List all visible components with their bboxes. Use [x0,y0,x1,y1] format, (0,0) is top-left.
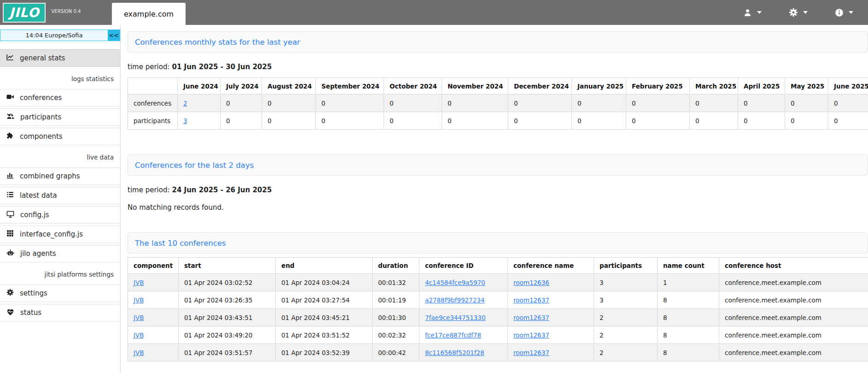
column-header: April 2025 [738,78,785,95]
table-cell: 01 Apr 2024 03:49:20 [179,326,276,344]
sidebar-item-latest-data[interactable]: latest data [0,187,120,204]
table-cell: 0 [316,95,384,112]
platform-tab-label: example.com [124,10,174,18]
table-row: participants3000000000000 [128,112,868,130]
table-link[interactable]: room12636 [513,279,549,286]
table-cell: conference.meet.example.com [719,291,868,309]
table-link[interactable]: JVB [134,332,144,339]
table-cell: 00:01:30 [373,309,419,326]
table-cell: 3 [594,291,658,309]
no-records-message: No matching records found. [128,203,868,212]
table-link[interactable]: 7fae9ce344751330 [425,314,486,321]
card-title-text: The last 10 conferences [135,239,226,248]
sidebar-menu: general stats logs statistics conference… [0,49,120,321]
sidebar-item-interface-config-js[interactable]: interface_config.js [0,225,120,243]
table-cell: 2 [594,309,658,326]
column-header: conference ID [419,258,508,274]
table-cell: room12636 [508,274,594,291]
card-title-last-2-days: Conferences for the last 2 days [128,154,868,176]
column-header: August 2024 [262,78,316,95]
table-cell: 2 [594,326,658,344]
column-header: March 2025 [690,78,738,95]
table-cell: room12637 [508,309,594,326]
sidebar-item-combined-graphs[interactable]: combined graphs [0,167,120,185]
info-menu[interactable] [834,8,853,18]
section-label-logs-statistics: logs statistics [0,69,120,89]
sidebar-item-config-js[interactable]: config.js [0,206,120,224]
logo-text: JILO [9,5,39,20]
table-link[interactable]: JVB [134,296,144,304]
sidebar-item-general-stats[interactable]: general stats [0,49,120,67]
clock-time: 14:04 Europe/Sofia [0,30,108,41]
table-cell: 0 [828,95,868,112]
sidebar-item-label: interface_config.js [20,230,83,238]
user-icon [743,8,752,18]
table-cell: 0 [221,95,262,112]
user-menu[interactable] [743,8,762,18]
chevron-down-icon [757,11,762,14]
table-row: JVB01 Apr 2024 03:51:5701 Apr 2024 03:52… [128,344,868,361]
table-cell: 0 [508,95,572,112]
sidebar-item-conferences[interactable]: conferences [0,89,120,107]
table-link[interactable]: room12637 [513,349,549,356]
column-header [128,78,178,95]
table-cell: a2788f9bf9927234 [419,291,508,309]
table-cell: 01 Apr 2024 03:27:54 [276,291,373,309]
table-cell: fce17ce887fcdf78 [419,326,508,344]
table-link[interactable]: room12637 [513,296,549,304]
table-cell: 0 [785,112,828,130]
table-link[interactable]: fce17ce887fcdf78 [425,332,481,339]
table-link[interactable]: room12637 [513,314,549,321]
platform-tab-example-com[interactable]: example.com [112,3,186,25]
bar-chart-icon [6,171,14,181]
table-cell: 0 [626,112,690,130]
table-cell: 01 Apr 2024 03:51:52 [276,326,373,344]
table-cell: room12637 [508,326,594,344]
sidebar-item-jilo-agents[interactable]: jilo agents [0,245,120,262]
table-link[interactable]: 8c116568f5201f28 [425,349,484,356]
column-header: duration [373,258,419,274]
sidebar-item-status[interactable]: status [0,304,120,321]
column-header: participants [594,258,658,274]
column-header: June 2024 [178,78,221,95]
table-link[interactable]: 2 [183,100,187,107]
settings-menu[interactable] [788,7,808,18]
table-link[interactable]: room12637 [513,332,549,339]
column-header: conference host [719,258,868,274]
sidebar-collapse-button[interactable]: << [108,30,120,41]
table-link[interactable]: JVB [134,314,144,321]
table-cell: JVB [128,344,179,361]
table-row: conferences2000000000000 [128,95,868,112]
table-cell: 0 [384,112,442,130]
table-link[interactable]: 3 [183,117,187,124]
column-header: November 2024 [442,78,508,95]
table-row: JVB01 Apr 2024 03:49:2001 Apr 2024 03:51… [128,326,868,344]
column-header: May 2025 [785,78,828,95]
column-header: start [179,258,276,274]
table-cell: conference.meet.example.com [719,344,868,361]
time-period-label: time period: [128,63,170,71]
table-cell: 00:02:32 [373,326,419,344]
table-cell: 8 [658,309,719,326]
table-link[interactable]: JVB [134,279,144,286]
table-cell: 8 [658,291,719,309]
sidebar-item-settings[interactable]: settings [0,284,120,302]
table-link[interactable]: 4c14584fce9a5970 [425,279,485,286]
table-cell: 01 Apr 2024 03:02:52 [179,274,276,291]
table-cell: 4c14584fce9a5970 [419,274,508,291]
users-icon [6,112,15,123]
table-link[interactable]: a2788f9bf9927234 [425,296,484,304]
time-period-value: 01 Jun 2025 - 30 Jun 2025 [172,63,272,71]
table-link[interactable]: JVB [134,349,144,356]
sidebar-item-label: config.js [20,211,49,219]
sidebar-item-components[interactable]: components [0,128,120,145]
table-cell: 0 [572,112,626,130]
table-cell: 00:01:32 [373,274,419,291]
table-cell: 0 [690,95,738,112]
sidebar-item-participants[interactable]: participants [0,108,120,126]
column-header: July 2024 [221,78,262,95]
line-chart-icon [6,53,14,63]
time-period-value: 24 Jun 2025 - 26 Jun 2025 [172,186,272,194]
table-cell: 2 [594,344,658,361]
table-row: JVB01 Apr 2024 03:02:5201 Apr 2024 03:04… [128,274,868,291]
